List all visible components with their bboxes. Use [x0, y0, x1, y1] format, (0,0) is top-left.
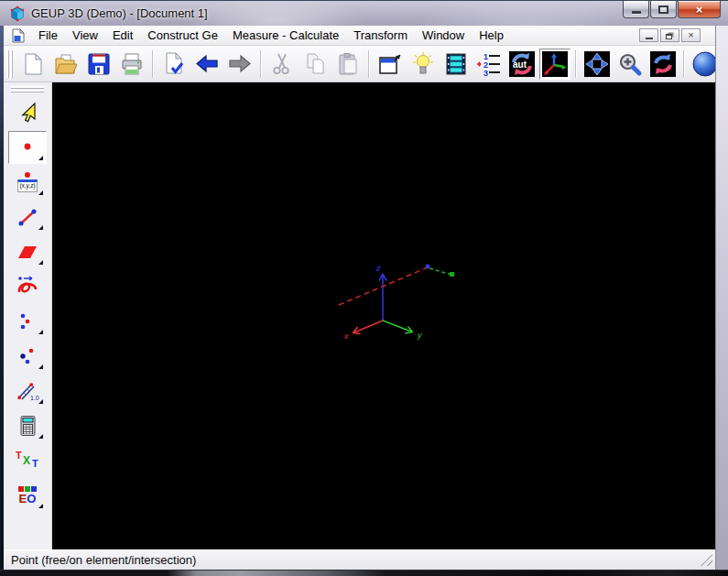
cut-icon: [269, 51, 295, 77]
animation-button[interactable]: [440, 49, 472, 80]
lightbulb-icon: [410, 51, 436, 77]
document-icon: [11, 28, 25, 43]
menu-help[interactable]: Help: [472, 27, 511, 44]
axis-x-label: x: [343, 331, 349, 341]
open-button[interactable]: [50, 49, 81, 80]
intersection-tool-button[interactable]: [8, 305, 47, 338]
open-folder-icon: [53, 51, 79, 77]
curve-tool-button[interactable]: [8, 270, 47, 303]
close-icon: ×: [696, 4, 703, 16]
point-tool-button[interactable]: [8, 131, 47, 164]
text-tool-button[interactable]: T X T: [8, 444, 47, 477]
pan-view-icon: [584, 51, 610, 77]
dropdown-corner-icon: [38, 399, 43, 404]
menu-transform[interactable]: Transform: [346, 27, 415, 44]
status-text: Point (free/on element/intersection): [11, 553, 196, 567]
minimize-button[interactable]: [623, 1, 649, 18]
paste-button[interactable]: [332, 49, 364, 80]
cut-button[interactable]: [266, 49, 298, 80]
measure-transfer-tool-button[interactable]: 1.0: [8, 375, 47, 408]
dropdown-corner-icon: [38, 225, 43, 230]
midpoint-tool-button[interactable]: [8, 340, 47, 373]
intersection-icon: [16, 310, 38, 332]
select-arrow-icon: [16, 102, 38, 124]
construction-steps-button[interactable]: 1 2 3: [473, 49, 505, 80]
new-button[interactable]: [17, 49, 49, 80]
zoom-in-button[interactable]: [614, 49, 646, 80]
menu-measure-calculate[interactable]: Measure - Calculate: [225, 27, 346, 44]
mdi-close-icon: ×: [688, 30, 693, 40]
mdi-minimize-icon: [646, 38, 653, 39]
axes-view-button[interactable]: [539, 49, 570, 80]
auto-rotate-icon: aut: [509, 51, 535, 77]
axis-y-label: y: [417, 331, 422, 340]
resize-grip-icon[interactable]: [701, 554, 712, 566]
mdi-minimize-button[interactable]: [639, 28, 658, 42]
sphere-button[interactable]: [690, 49, 715, 80]
menu-edit[interactable]: Edit: [105, 27, 140, 44]
menu-file[interactable]: File: [31, 27, 65, 44]
menu-construct[interactable]: Construct Ge: [140, 27, 225, 44]
dropdown-corner-icon: [38, 504, 43, 508]
point-xyz-icon: (x,y,z): [17, 172, 37, 191]
close-button[interactable]: ×: [678, 1, 721, 18]
text-icon: T X T: [16, 450, 39, 472]
steps-icon: 1 2 3: [476, 51, 502, 77]
desktop-edge: [0, 570, 728, 576]
undo-button[interactable]: [191, 49, 223, 80]
pan-view-button[interactable]: [581, 49, 613, 80]
lightbulb-button[interactable]: [407, 49, 439, 80]
segment-tool-button[interactable]: [8, 201, 47, 234]
appearance-icon: EO: [18, 486, 37, 505]
menubar: File View Edit Construct Ge Measure - Ca…: [4, 26, 715, 46]
scene-point-marker: [450, 272, 454, 277]
toolbar-separator: [368, 50, 370, 78]
tool-sidebar: (x,y,z): [4, 82, 52, 549]
axes-icon: [542, 51, 568, 77]
toolbar-grip[interactable]: [6, 50, 13, 78]
dropdown-corner-icon: [38, 156, 43, 160]
app-cube-icon: [8, 5, 27, 23]
check-document-icon: [161, 51, 187, 77]
sidebar-grip[interactable]: [11, 86, 44, 92]
titlebar[interactable]: GEUP 3D (Demo) - [Document 1] ×: [0, 0, 728, 26]
curve-icon: [16, 275, 39, 299]
plane-tool-button[interactable]: [8, 235, 47, 268]
axis-z-label: z: [375, 264, 381, 273]
toolbar-separator: [260, 50, 262, 78]
minimize-icon: [632, 11, 641, 14]
canvas-3d-view[interactable]: z x y: [52, 82, 715, 549]
toolbar: 1 2 3 aut: [4, 46, 715, 82]
window-frame: File View Edit Construct Ge Measure - Ca…: [0, 26, 728, 570]
select-tool-button[interactable]: [8, 96, 47, 129]
mdi-close-button[interactable]: ×: [681, 28, 701, 42]
animation-icon: [443, 51, 469, 77]
window-title: GEUP 3D (Demo) - [Document 1]: [31, 6, 208, 20]
fit-window-button[interactable]: [375, 49, 406, 80]
undo-icon: [194, 51, 220, 77]
scene-objects: [339, 265, 454, 305]
toolbar-separator: [683, 50, 685, 78]
rotate-view-button[interactable]: [647, 49, 679, 80]
print-button[interactable]: [116, 49, 147, 80]
copy-button[interactable]: [299, 49, 331, 80]
menu-view[interactable]: View: [65, 27, 105, 44]
menu-window[interactable]: Window: [415, 27, 472, 44]
maximize-button[interactable]: [650, 1, 677, 18]
calculator-tool-button[interactable]: [8, 409, 47, 442]
copy-icon: [302, 51, 328, 77]
save-button[interactable]: [83, 49, 114, 80]
mdi-restore-button[interactable]: [660, 28, 679, 42]
redo-button[interactable]: [224, 49, 255, 80]
check-document-button[interactable]: [158, 49, 190, 80]
mdi-window-controls: ×: [639, 28, 701, 42]
scene-3d: z x y: [52, 82, 715, 549]
point-icon: [16, 136, 38, 158]
appearance-tool-button[interactable]: EO: [8, 479, 47, 512]
point-xyz-tool-button[interactable]: (x,y,z): [8, 166, 47, 199]
redo-icon: [227, 51, 253, 77]
zoom-in-icon: [617, 51, 643, 77]
dropdown-corner-icon: [38, 434, 43, 439]
auto-rotate-button[interactable]: aut: [506, 49, 538, 80]
fit-window-icon: [377, 51, 403, 77]
